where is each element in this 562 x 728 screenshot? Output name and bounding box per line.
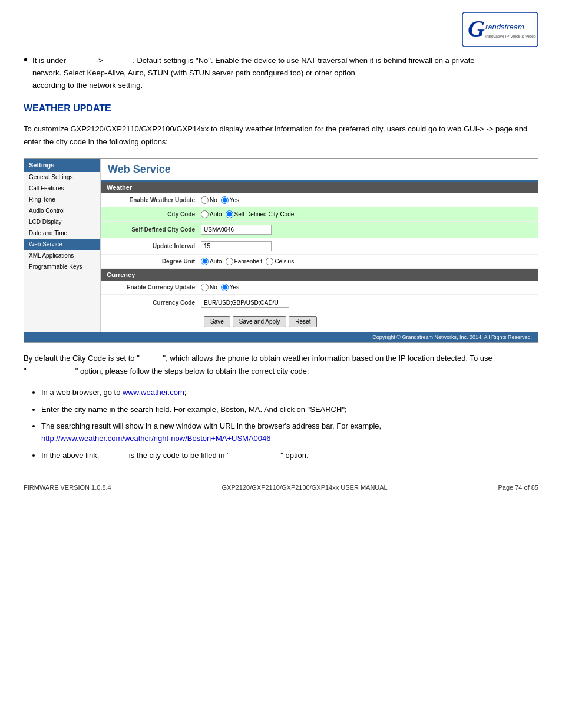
degree-unit-value: Auto Fahrenheit Celsius	[201, 258, 532, 265]
intro-bullet-section: • It is under -> . Default setting is "N…	[24, 55, 538, 91]
degree-unit-row: Degree Unit Auto Fahrenheit Celsius	[101, 255, 538, 269]
sidebar-item-audio-control[interactable]: Audio Control	[24, 205, 100, 216]
city-code-self-defined[interactable]: Self-Defined City Code	[226, 210, 295, 218]
header-logo: G randstream Innovative IP Voice & Video	[24, 12, 538, 49]
sidebar-item-programmable-keys[interactable]: Programmable Keys	[24, 261, 100, 272]
save-and-apply-button[interactable]: Save and Apply	[233, 316, 287, 327]
intro-paragraph: To customize GXP2120/GXP2110/GXP2100/GXP…	[24, 123, 538, 149]
enable-weather-yes[interactable]: Yes	[221, 196, 239, 204]
currency-code-value	[201, 298, 532, 308]
degree-celsius[interactable]: Celsius	[266, 258, 294, 265]
update-interval-value	[201, 241, 532, 251]
currency-code-label: Currency Code	[107, 299, 201, 306]
button-row: Save Save and Apply Reset	[101, 311, 538, 332]
step-1: In a web browser, go to www.weather.com;	[41, 387, 538, 399]
steps-list: In a web browser, go to www.weather.com;…	[41, 387, 538, 462]
self-defined-city-code-row: Self-Defined City Code	[101, 222, 538, 238]
degree-unit-label: Degree Unit	[107, 258, 201, 265]
reset-button[interactable]: Reset	[289, 316, 317, 327]
city-code-auto[interactable]: Auto	[201, 210, 222, 218]
after-interface-text: By default the City Code is set to " ", …	[24, 352, 538, 378]
web-interface-sidebar: Settings General Settings Call Features …	[24, 159, 101, 332]
weather-section-bar: Weather	[101, 182, 538, 193]
sidebar-title: Settings	[24, 159, 100, 172]
page-number: Page 74 of 85	[498, 484, 538, 491]
svg-text:randstream: randstream	[485, 22, 524, 31]
section-heading-weather: WEATHER UPDATE	[24, 103, 538, 114]
intro-bullet-text: It is under -> . Default setting is "No"…	[32, 55, 474, 91]
self-defined-city-code-label: Self-Defined City Code	[107, 226, 201, 233]
sidebar-item-call-features[interactable]: Call Features	[24, 183, 100, 194]
example-url-link[interactable]: http://www.weather.com/weather/right-now…	[41, 434, 270, 443]
sidebar-item-web-service[interactable]: Web Service	[24, 239, 100, 250]
self-defined-city-code-input[interactable]	[201, 225, 272, 235]
enable-weather-value: No Yes	[201, 196, 532, 204]
sidebar-item-date-time[interactable]: Date and Time	[24, 228, 100, 239]
sidebar-item-xml-applications[interactable]: XML Applications	[24, 250, 100, 261]
city-code-value: Auto Self-Defined City Code	[201, 210, 532, 218]
update-interval-input[interactable]	[201, 241, 272, 251]
step-2: Enter the city name in the search field.…	[41, 404, 538, 416]
currency-yes[interactable]: Yes	[221, 284, 239, 291]
bullet-dot: •	[24, 54, 28, 91]
update-interval-label: Update Interval	[107, 243, 201, 249]
web-interface-footer: Copyright © Grandstream Networks, Inc. 2…	[24, 332, 538, 342]
firmware-version: FIRMWARE VERSION 1.0.8.4	[24, 484, 111, 491]
degree-auto[interactable]: Auto	[201, 258, 222, 265]
city-code-row: City Code Auto Self-Defined City Code	[101, 207, 538, 222]
self-defined-city-code-value	[201, 225, 532, 235]
svg-text:G: G	[468, 15, 485, 42]
step-4: In the above link, is the city code to b…	[41, 450, 538, 462]
sidebar-item-lcd-display[interactable]: LCD Display	[24, 216, 100, 228]
web-interface-title: Web Service	[101, 159, 538, 182]
city-code-label: City Code	[107, 211, 201, 218]
sidebar-item-ring-tone[interactable]: Ring Tone	[24, 194, 100, 205]
step-3: The searching result will show in a new …	[41, 420, 538, 445]
web-interface-main: Web Service Weather Enable Weather Updat…	[101, 159, 538, 332]
currency-section-bar: Currency	[101, 269, 538, 281]
weather-link[interactable]: www.weather.com	[123, 388, 184, 397]
svg-text:Innovative IP Voice & Video: Innovative IP Voice & Video	[485, 34, 536, 38]
page-footer: FIRMWARE VERSION 1.0.8.4 GXP2120/GXP2110…	[24, 480, 538, 491]
model-info: GXP2120/GXP2110/GXP2100/GXP14xx USER MAN…	[222, 484, 387, 491]
enable-weather-row: Enable Weather Update No Yes	[101, 193, 538, 207]
sidebar-item-general-settings[interactable]: General Settings	[24, 172, 100, 183]
update-interval-row: Update Interval	[101, 238, 538, 255]
currency-no[interactable]: No	[201, 284, 217, 291]
enable-currency-row: Enable Currency Update No Yes	[101, 281, 538, 295]
enable-currency-value: No Yes	[201, 284, 532, 291]
currency-code-row: Currency Code	[101, 295, 538, 311]
currency-code-input[interactable]	[201, 298, 289, 308]
web-interface-screenshot: Settings General Settings Call Features …	[24, 158, 538, 343]
enable-weather-label: Enable Weather Update	[107, 197, 201, 203]
enable-currency-label: Enable Currency Update	[107, 284, 201, 291]
save-button[interactable]: Save	[204, 316, 230, 327]
degree-fahrenheit[interactable]: Fahrenheit	[226, 258, 263, 265]
enable-weather-no[interactable]: No	[201, 196, 217, 204]
